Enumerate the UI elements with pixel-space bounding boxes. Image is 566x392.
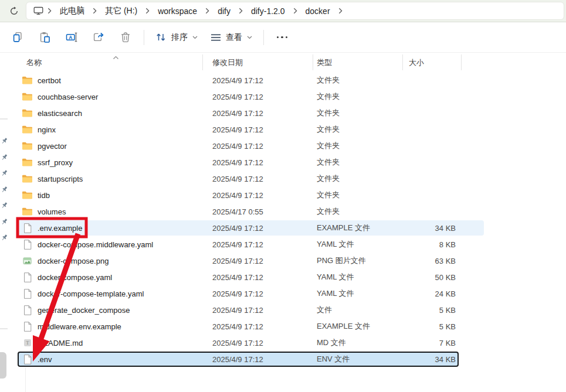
nav-scrollbar-thumb[interactable] <box>0 352 6 379</box>
file-row[interactable]: middleware.env.example 2025/4/9 17:12 EX… <box>0 318 566 335</box>
file-icon <box>22 305 32 315</box>
file-icon <box>22 240 32 250</box>
trash-icon <box>120 32 131 43</box>
pin-icon[interactable] <box>1 233 9 241</box>
file-type: YAML 文件 <box>313 272 402 282</box>
file-row[interactable]: .env 2025/4/9 17:12 ENV 文件 34 KB <box>0 351 566 367</box>
column-resize-handle[interactable] <box>202 54 203 70</box>
column-resize-handle[interactable] <box>313 54 313 70</box>
breadcrumb-chevron-icon[interactable] <box>45 8 55 14</box>
file-row[interactable]: pgvector 2025/4/9 17:12 文件夹 <box>0 138 566 154</box>
file-type: 文件夹 <box>313 108 402 118</box>
column-resize-handle[interactable] <box>402 54 403 70</box>
copy-button[interactable] <box>5 26 30 49</box>
this-pc-icon <box>33 6 43 15</box>
file-name-cell: tidb <box>18 191 202 200</box>
file-name: ssrf_proxy <box>38 158 73 167</box>
file-name: generate_docker_compose <box>38 306 130 315</box>
column-resize-handle[interactable] <box>461 54 462 70</box>
file-row[interactable]: volumes 2025/4/17 0:55 文件夹 <box>0 203 566 220</box>
breadcrumb-item[interactable]: dify-1.2.0 <box>246 5 290 18</box>
file-row[interactable]: docker-compose.png 2025/4/9 17:12 PNG 图片… <box>0 253 566 269</box>
pin-icon[interactable] <box>1 217 9 226</box>
file-type: 文件夹 <box>313 173 402 184</box>
rename-button[interactable]: A <box>59 26 84 49</box>
file-row[interactable]: certbot 2025/4/9 17:12 文件夹 <box>0 72 566 88</box>
more-options-button[interactable] <box>269 26 295 49</box>
breadcrumb-item[interactable]: 此电脑 <box>55 4 90 18</box>
chevron-down-icon <box>192 36 198 39</box>
file-name-cell: T README.md <box>18 339 202 347</box>
file-row[interactable]: docker-compose-template.yaml 2025/4/9 17… <box>0 285 566 302</box>
pin-icon[interactable] <box>1 153 9 161</box>
file-name-cell: certbot <box>18 76 202 85</box>
file-name-cell: .env.example <box>18 223 202 233</box>
pin-icon[interactable] <box>1 169 9 177</box>
view-button[interactable]: 查看 <box>205 26 258 49</box>
address-bar[interactable]: 此电脑其它 (H:)workspacedifydify-1.2.0docker <box>26 2 564 20</box>
file-type: 文件夹 <box>313 157 402 168</box>
file-date: 2025/4/9 17:12 <box>202 355 313 364</box>
breadcrumb-item[interactable]: dify <box>212 5 236 18</box>
pin-icon[interactable] <box>1 201 9 209</box>
sort-ascending-icon <box>113 53 119 62</box>
breadcrumb-chevron-icon[interactable] <box>90 8 100 14</box>
breadcrumb-chevron-icon[interactable] <box>290 8 300 14</box>
file-row[interactable]: docker-compose.yaml 2025/4/9 17:12 YAML … <box>0 269 566 285</box>
sort-button[interactable]: 排序 <box>150 26 204 49</box>
column-header-date[interactable]: 修改日期 <box>212 57 243 68</box>
image-file-icon <box>22 257 32 265</box>
file-date: 2025/4/9 17:12 <box>202 240 313 249</box>
breadcrumb-chevron-icon[interactable] <box>335 8 345 14</box>
breadcrumb-chevron-icon[interactable] <box>143 8 152 14</box>
file-name-cell: ssrf_proxy <box>18 158 202 167</box>
file-row[interactable]: tidb 2025/4/9 17:12 文件夹 <box>0 187 566 203</box>
file-type: 文件夹 <box>313 91 402 102</box>
file-date: 2025/4/9 17:12 <box>202 158 313 167</box>
file-name: pgvector <box>38 142 67 151</box>
file-row[interactable]: couchbase-server 2025/4/9 17:12 文件夹 <box>0 88 566 105</box>
paste-button[interactable] <box>32 26 57 49</box>
file-row[interactable]: .env.example 2025/4/9 17:12 EXAMPLE 文件 3… <box>0 220 566 236</box>
file-name-cell: pgvector <box>18 142 202 151</box>
column-header-row: 名称 修改日期 类型 大小 <box>0 53 566 72</box>
nav-pane-fragment <box>0 328 8 329</box>
svg-text:A: A <box>69 35 72 40</box>
file-icon <box>22 272 32 282</box>
toolbar-separator <box>144 30 144 45</box>
file-row[interactable]: elasticsearch 2025/4/9 17:12 文件夹 <box>0 105 566 121</box>
view-label: 查看 <box>226 32 242 43</box>
column-header-size[interactable]: 大小 <box>409 57 424 68</box>
file-name: docker-compose.png <box>38 257 109 265</box>
file-row[interactable]: docker-compose.middleware.yaml 2025/4/9 … <box>0 236 566 253</box>
column-header-name[interactable]: 名称 <box>26 57 42 68</box>
file-row[interactable]: generate_docker_compose 2025/4/9 17:12 文… <box>0 302 566 318</box>
breadcrumb-chevron-icon[interactable] <box>202 8 212 14</box>
delete-button[interactable] <box>113 26 138 49</box>
view-icon <box>211 33 221 42</box>
file-name-cell: middleware.env.example <box>18 322 202 332</box>
svg-text:T: T <box>26 340 29 346</box>
breadcrumb-item[interactable]: docker <box>300 5 335 18</box>
file-row[interactable]: nginx 2025/4/9 17:12 文件夹 <box>0 121 566 138</box>
file-name-cell: docker-compose.middleware.yaml <box>18 240 202 250</box>
file-type: YAML 文件 <box>313 288 402 299</box>
pin-icon[interactable] <box>1 185 9 193</box>
share-button[interactable] <box>86 26 111 49</box>
breadcrumb-item[interactable]: 其它 (H:) <box>100 4 143 18</box>
breadcrumb-chevron-icon[interactable] <box>236 8 246 14</box>
sort-label: 排序 <box>171 32 188 43</box>
breadcrumb-item[interactable]: workspace <box>152 5 202 18</box>
chevron-down-icon <box>247 36 252 39</box>
command-toolbar: A 排序 <box>0 22 566 53</box>
file-type: ENV 文件 <box>313 354 402 364</box>
column-header-type[interactable]: 类型 <box>317 57 332 68</box>
refresh-button[interactable] <box>5 2 23 20</box>
file-date: 2025/4/9 17:12 <box>202 93 313 101</box>
file-date: 2025/4/9 17:12 <box>202 257 313 265</box>
file-row[interactable]: ssrf_proxy 2025/4/9 17:12 文件夹 <box>0 154 566 171</box>
file-name: elasticsearch <box>38 109 82 118</box>
file-row[interactable]: T README.md 2025/4/9 17:12 MD 文件 7 KB <box>0 335 566 351</box>
file-row[interactable]: startupscripts 2025/4/9 17:12 文件夹 <box>0 171 566 187</box>
pin-icon[interactable] <box>1 137 9 145</box>
